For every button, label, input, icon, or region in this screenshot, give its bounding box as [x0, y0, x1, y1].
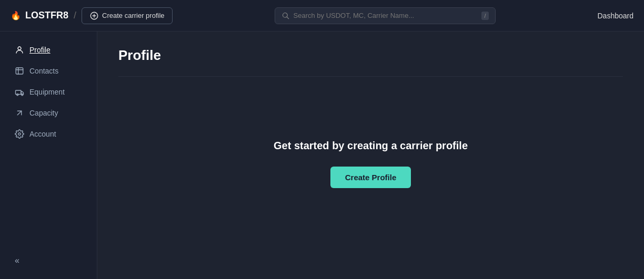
- header-left: 🔥 LOSTFR8 / Create carrier profile: [11, 7, 173, 24]
- profile-icon: [15, 45, 24, 55]
- sidebar-item-profile[interactable]: Profile: [4, 40, 93, 60]
- sidebar-item-equipment[interactable]: Equipment: [4, 82, 93, 102]
- gear-icon: [15, 129, 24, 139]
- empty-state: Get started by creating a carrier profil…: [118, 119, 623, 188]
- page-title: Profile: [118, 47, 623, 64]
- create-profile-main-button[interactable]: Create Profile: [330, 167, 411, 188]
- section-divider: [118, 76, 623, 77]
- svg-point-10: [17, 94, 18, 96]
- sidebar-label-equipment: Equipment: [29, 88, 65, 96]
- capacity-icon: [15, 108, 24, 118]
- sidebar-nav: Profile Contacts: [0, 40, 97, 144]
- collapse-icon: «: [15, 256, 19, 265]
- contacts-icon: [15, 66, 24, 76]
- create-carrier-profile-button[interactable]: Create carrier profile: [82, 7, 173, 24]
- search-icon: [281, 12, 289, 19]
- search-input[interactable]: [294, 12, 478, 19]
- empty-state-text: Get started by creating a carrier profil…: [274, 140, 468, 152]
- sidebar-label-account: Account: [29, 130, 56, 138]
- plus-circle-icon: [89, 11, 99, 20]
- sidebar-item-account[interactable]: Account: [4, 124, 93, 144]
- svg-point-5: [18, 47, 21, 50]
- logo-text: LOSTFR8: [25, 10, 68, 21]
- svg-rect-9: [16, 90, 22, 95]
- sidebar-label-contacts: Contacts: [29, 67, 58, 75]
- sidebar: Profile Contacts: [0, 32, 97, 279]
- logo-emoji: 🔥: [11, 11, 21, 20]
- logo-area: 🔥 LOSTFR8: [11, 10, 68, 21]
- svg-point-12: [18, 133, 21, 136]
- svg-rect-6: [16, 68, 23, 74]
- create-btn-label: Create carrier profile: [102, 12, 165, 19]
- svg-line-4: [287, 17, 288, 18]
- layout: Profile Contacts: [0, 32, 644, 279]
- main-content: Profile Get started by creating a carrie…: [97, 32, 644, 279]
- search-area: /: [275, 7, 496, 24]
- sidebar-label-capacity: Capacity: [29, 109, 58, 117]
- sidebar-item-contacts[interactable]: Contacts: [4, 61, 93, 81]
- search-shortcut: /: [481, 12, 488, 20]
- breadcrumb-slash: /: [74, 10, 76, 21]
- search-box: /: [275, 7, 496, 24]
- sidebar-collapse-button[interactable]: «: [4, 251, 93, 271]
- equipment-icon: [15, 87, 24, 97]
- header: 🔥 LOSTFR8 / Create carrier profile / Das…: [0, 0, 644, 32]
- dashboard-link[interactable]: Dashboard: [598, 12, 634, 20]
- header-right: Dashboard: [598, 12, 634, 20]
- svg-point-11: [22, 94, 23, 96]
- sidebar-label-profile: Profile: [29, 46, 51, 54]
- sidebar-item-capacity[interactable]: Capacity: [4, 103, 93, 123]
